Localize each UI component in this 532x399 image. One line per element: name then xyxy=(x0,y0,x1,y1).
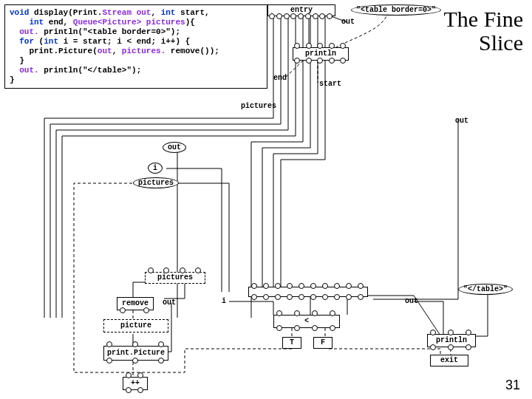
node-false: F xyxy=(313,337,332,349)
label-out-top: out xyxy=(341,18,355,26)
oval-out-mid: out xyxy=(163,142,186,153)
bar-pictures: pictures xyxy=(145,272,205,284)
literal-table-open: "<table border=0>" xyxy=(351,4,441,16)
oval-i-mid: i xyxy=(148,163,163,174)
label-pictures-top: pictures xyxy=(241,102,276,110)
node-picture: picture xyxy=(103,319,168,332)
slide-title: The Fine Slice xyxy=(444,7,523,55)
label-out-right2: out xyxy=(405,297,418,305)
label-start: start xyxy=(319,80,341,88)
kw-void: void xyxy=(10,8,29,17)
page-number: 31 xyxy=(505,378,520,393)
code-panel: void display(Print.Stream out, int start… xyxy=(4,4,267,89)
oval-pictures-mid: pictures xyxy=(133,177,179,188)
node-exit: exit xyxy=(430,355,468,366)
literal-table-close: "</table>" xyxy=(458,284,513,295)
node-true: T xyxy=(282,337,301,349)
label-out-right: out xyxy=(455,117,468,125)
label-out-remove: out xyxy=(163,299,176,307)
label-i-remove: i xyxy=(222,297,226,305)
label-end: end xyxy=(273,74,287,82)
